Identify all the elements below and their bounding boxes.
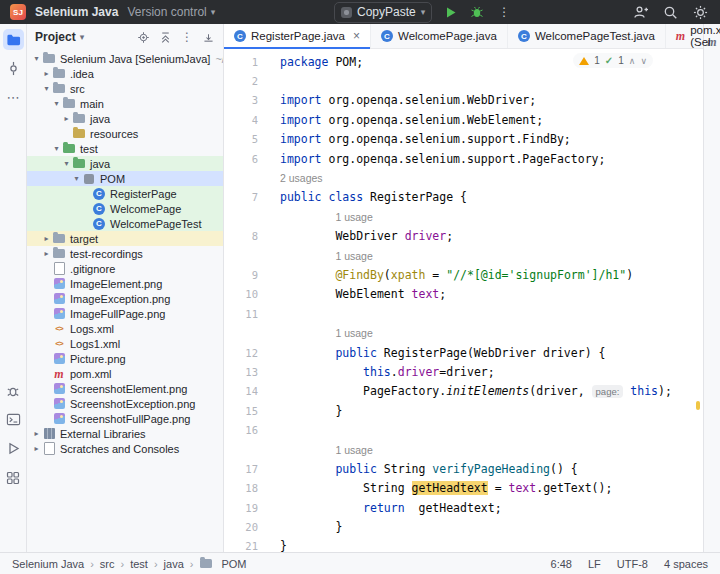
- tree-item-logs-xml[interactable]: <>Logs.xml: [27, 321, 223, 336]
- tree-item-idea[interactable]: ▸.idea: [27, 66, 223, 81]
- collapse-all-icon[interactable]: [159, 31, 172, 44]
- line-number[interactable]: 11: [224, 308, 258, 320]
- code-line-2[interactable]: 2: [224, 71, 703, 90]
- tree-item-screenshotelement-png[interactable]: ScreenshotElement.png: [27, 381, 223, 396]
- code-line-5[interactable]: 5import org.openqa.selenium.support.Find…: [224, 130, 703, 149]
- chevron-right-icon[interactable]: ▸: [41, 249, 52, 258]
- code-line-6[interactable]: 6import org.openqa.selenium.support.Page…: [224, 149, 703, 168]
- code-line-8[interactable]: 8 WebDriver driver;: [224, 227, 703, 246]
- line-number[interactable]: 8: [224, 230, 258, 242]
- usage-hint-row[interactable]: 1 usage: [224, 207, 703, 226]
- chevron-down-icon[interactable]: ▾: [80, 32, 85, 42]
- code-line-11[interactable]: 11: [224, 304, 703, 323]
- chevron-down-icon[interactable]: ▾: [31, 54, 42, 63]
- tree-item-scratches-and-consoles[interactable]: ▸Scratches and Consoles: [27, 441, 223, 456]
- line-number[interactable]: 1: [224, 56, 258, 68]
- line-number[interactable]: 3: [224, 94, 258, 106]
- tree-item-pom[interactable]: ▾POM: [27, 171, 223, 186]
- code-line-4[interactable]: 4import org.openqa.selenium.WebElement;: [224, 110, 703, 129]
- debug-button[interactable]: [468, 3, 486, 21]
- tree-item-welcomepagetest[interactable]: CWelcomePageTest: [27, 216, 223, 231]
- line-number[interactable]: 4: [224, 114, 258, 126]
- code-with-me-button[interactable]: [632, 3, 650, 21]
- tree-item-welcomepage[interactable]: CWelcomePage: [27, 201, 223, 216]
- usages-hint[interactable]: 1 usage: [335, 327, 372, 339]
- chevron-right-icon[interactable]: ▸: [31, 429, 42, 438]
- terminal-tool-window-button[interactable]: [3, 409, 24, 430]
- app-logo[interactable]: SJ: [10, 4, 26, 20]
- code-line-10[interactable]: 10 WebElement text;: [224, 285, 703, 304]
- commit-tool-window-button[interactable]: [3, 58, 24, 79]
- tree-item-logs1-xml[interactable]: <>Logs1.xml: [27, 336, 223, 351]
- code-line-13[interactable]: 13 this.driver=driver;: [224, 362, 703, 381]
- tree-item-java[interactable]: ▸java: [27, 111, 223, 126]
- usage-hint-row[interactable]: 1 usage: [224, 323, 703, 342]
- tab-registerpage-java[interactable]: CRegisterPage.java×: [224, 24, 371, 48]
- services-tool-window-button[interactable]: [3, 467, 24, 488]
- prev-issue-icon[interactable]: ∧: [629, 56, 636, 66]
- chevron-down-icon[interactable]: ▾: [51, 144, 62, 153]
- chevron-down-icon[interactable]: ▾: [51, 99, 62, 108]
- tree-item-external-libraries[interactable]: ▸External Libraries: [27, 426, 223, 441]
- line-number[interactable]: 9: [224, 269, 258, 281]
- tree-item-screenshotfullpage-png[interactable]: ScreenshotFullPage.png: [27, 411, 223, 426]
- line-number[interactable]: 10: [224, 288, 258, 300]
- tree-item-picture-png[interactable]: Picture.png: [27, 351, 223, 366]
- tab-welcomepage-java[interactable]: CWelcomePage.java: [371, 24, 508, 48]
- line-number[interactable]: 2: [224, 75, 258, 87]
- tree-item-target[interactable]: ▸target: [27, 231, 223, 246]
- line-number[interactable]: 20: [224, 521, 258, 533]
- code-line-7[interactable]: 7public class RegisterPage {: [224, 188, 703, 207]
- debug-tool-window-button[interactable]: [3, 380, 24, 401]
- select-opened-file-icon[interactable]: [137, 31, 150, 44]
- chevron-down-icon[interactable]: ▾: [71, 174, 82, 183]
- line-number[interactable]: 15: [224, 405, 258, 417]
- inspections-widget[interactable]: 1 ✓ 1 ∧ ∨: [573, 53, 653, 68]
- line-number[interactable]: 16: [224, 424, 258, 436]
- line-number[interactable]: 18: [224, 482, 258, 494]
- caret-position-widget[interactable]: 6:48: [551, 558, 572, 570]
- chevron-right-icon[interactable]: ▸: [41, 69, 52, 78]
- tree-item-java[interactable]: ▾java: [27, 156, 223, 171]
- code-line-17[interactable]: 17 public String verifyPageHeading() {: [224, 459, 703, 478]
- chevron-down-icon[interactable]: ▾: [61, 159, 72, 168]
- chevron-right-icon[interactable]: ▸: [61, 114, 72, 123]
- tree-item-imageexception-png[interactable]: ImageException.png: [27, 291, 223, 306]
- project-name-widget[interactable]: Selenium Java: [35, 5, 118, 19]
- breadcrumb-selenium-java[interactable]: Selenium Java: [12, 558, 84, 570]
- tree-item-selenium-java-seleniumjava[interactable]: ▾Selenium Java [SeleniumJava]~/IdeaProj: [27, 51, 223, 66]
- run-tool-window-button[interactable]: [3, 438, 24, 459]
- chevron-right-icon[interactable]: ▸: [31, 444, 42, 453]
- project-panel-title[interactable]: Project: [35, 30, 76, 44]
- file-encoding-widget[interactable]: UTF-8: [617, 558, 648, 570]
- line-number[interactable]: 17: [224, 463, 258, 475]
- usages-hint[interactable]: 1 usage: [335, 444, 372, 456]
- usage-hint-row[interactable]: 1 usage: [224, 246, 703, 265]
- tree-item-test-recordings[interactable]: ▸test-recordings: [27, 246, 223, 261]
- line-number[interactable]: 6: [224, 153, 258, 165]
- tree-item-registerpage[interactable]: CRegisterPage: [27, 186, 223, 201]
- code-editor[interactable]: 1package POM;23import org.openqa.seleniu…: [224, 49, 703, 552]
- tree-item-test[interactable]: ▾test: [27, 141, 223, 156]
- tree-item-src[interactable]: ▾src: [27, 81, 223, 96]
- tab-pom-xml-sel[interactable]: mpom.xml (Sel: [666, 24, 720, 48]
- panel-options-icon[interactable]: ⋮: [181, 30, 193, 44]
- code-line-21[interactable]: 21}: [224, 537, 703, 552]
- more-tool-windows-button[interactable]: ⋯: [3, 87, 24, 108]
- tree-item-screenshotexception-png[interactable]: ScreenshotException.png: [27, 396, 223, 411]
- usages-hint[interactable]: 1 usage: [335, 250, 372, 262]
- run-configuration-select[interactable]: CopyPaste ▾: [334, 2, 432, 23]
- line-number[interactable]: 14: [224, 385, 258, 397]
- line-separator-widget[interactable]: LF: [588, 558, 601, 570]
- vcs-widget[interactable]: Version control ▾: [127, 5, 215, 19]
- hide-panel-icon[interactable]: [202, 31, 215, 44]
- code-line-3[interactable]: 3import org.openqa.selenium.WebDriver;: [224, 91, 703, 110]
- breadcrumb-test[interactable]: test: [130, 558, 148, 570]
- usages-hint[interactable]: 2 usages: [280, 172, 323, 184]
- code-line-15[interactable]: 15 }: [224, 401, 703, 420]
- code-line-18[interactable]: 18 String getHeadtext = text.getText();: [224, 479, 703, 498]
- line-number[interactable]: 12: [224, 347, 258, 359]
- breadcrumb-java[interactable]: java: [164, 558, 184, 570]
- line-number[interactable]: 19: [224, 502, 258, 514]
- tree-item-resources[interactable]: resources: [27, 126, 223, 141]
